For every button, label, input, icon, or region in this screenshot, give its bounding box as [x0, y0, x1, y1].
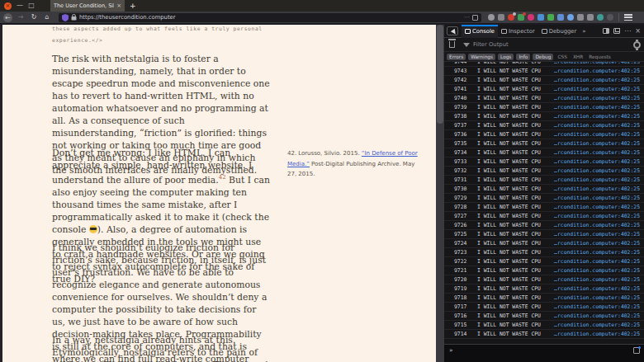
window-close-button[interactable]: ×: [4, 2, 12, 10]
console-source-link[interactable]: …rcondition.computer:402:25: [554, 131, 640, 138]
toolbar-divider: [618, 13, 619, 21]
gray-box-extension-icon-2[interactable]: [587, 14, 594, 21]
console-source-link[interactable]: …rcondition.computer:402:25: [554, 267, 640, 274]
lock-icon[interactable]: [71, 14, 77, 21]
new-tab-button[interactable]: +: [130, 2, 136, 10]
window-minimize-button[interactable]: —: [17, 2, 23, 9]
responsive-design-mode-icon[interactable]: [603, 28, 609, 34]
back-button[interactable]: ←: [3, 13, 12, 22]
console-source-link[interactable]: …rcondition.computer:402:25: [554, 222, 640, 228]
filter-button-warnings[interactable]: Warnings: [468, 54, 495, 60]
wrench-extension-icon[interactable]: [567, 14, 574, 21]
console-message: I WILL NOT WASTE CPU: [477, 213, 541, 219]
console-source-link[interactable]: …rcondition.computer:402:25: [554, 167, 640, 174]
filter-button-errors[interactable]: Errors: [447, 54, 466, 60]
console-log-row: 9719I WILL NOT WASTE CPU…rcondition.comp…: [444, 284, 644, 294]
filter-button-info[interactable]: Info: [516, 54, 530, 60]
devtools-tab-debugger[interactable]: Debugger: [538, 25, 580, 38]
console-source-link[interactable]: …rcondition.computer:402:25: [554, 186, 640, 192]
console-source-link[interactable]: …rcondition.computer:402:25: [554, 249, 640, 256]
console-source-link[interactable]: …rcondition.computer:402:25: [554, 303, 640, 310]
tab-title: The User Condition, Silvio L: [54, 2, 114, 9]
green-shield-extension-icon[interactable]: [518, 14, 524, 21]
console-source-link[interactable]: …rcondition.computer:402:25: [554, 176, 640, 183]
devtools-panel: ConsoleInspectorDebugger » ⋯ × Filter Ou…: [444, 25, 644, 362]
filter-category-requests[interactable]: Requests: [587, 54, 613, 59]
console-source-link[interactable]: …rcondition.computer:402:25: [554, 62, 640, 65]
devtools-tab-inspector[interactable]: Inspector: [498, 25, 538, 38]
window-maximize-button[interactable]: □: [28, 2, 35, 9]
console-source-link[interactable]: …rcondition.computer:402:25: [554, 258, 640, 265]
console-source-link[interactable]: …rcondition.computer:402:25: [554, 86, 640, 92]
console-settings-gear-icon[interactable]: [633, 41, 641, 49]
tracking-protection-shield-icon[interactable]: [62, 14, 69, 21]
home-button[interactable]: ⌂: [42, 12, 52, 22]
console-log-row: 9727I WILL NOT WASTE CPU…rcondition.comp…: [444, 212, 644, 221]
devtools-close-icon[interactable]: ×: [635, 27, 641, 35]
console-repeat-count: 9715: [454, 322, 471, 328]
filter-category-css[interactable]: CSS: [556, 54, 568, 59]
console-source-link[interactable]: …rcondition.computer:402:25: [554, 149, 640, 156]
url-bar[interactable]: https://theusercondition.computer ⋯: [59, 13, 481, 22]
filter-button-debug[interactable]: Debug: [533, 54, 553, 60]
package-extension-icon[interactable]: [498, 14, 504, 21]
page-scrollbar-thumb[interactable]: [437, 25, 443, 124]
console-source-link[interactable]: …rcondition.computer:402:25: [554, 294, 640, 301]
filter-category-xhr[interactable]: XHR: [571, 54, 585, 59]
teal-circle-extension-icon[interactable]: [597, 14, 604, 21]
more-tools-chevron-icon[interactable]: »: [580, 28, 588, 35]
red-badge-extension-icon[interactable]: [508, 14, 514, 21]
devtools-menu-icon[interactable]: ⋯: [624, 27, 631, 35]
console-source-link[interactable]: …rcondition.computer:402:25: [554, 95, 640, 101]
console-list[interactable]: 9744I WILL NOT WASTE CPU…rcondition.comp…: [444, 62, 644, 344]
console-source-link[interactable]: …rcondition.computer:402:25: [554, 276, 640, 283]
dark-circle-extension-icon[interactable]: [607, 14, 613, 21]
forward-button[interactable]: →: [16, 12, 26, 22]
console-source-link[interactable]: …rcondition.computer:402:25: [554, 213, 640, 219]
filter-output-input[interactable]: Filter Output: [473, 41, 630, 48]
console-source-link[interactable]: …rcondition.computer:402:25: [554, 113, 640, 120]
pink-extension-icon[interactable]: [528, 14, 534, 21]
console-repeat-count: 9731: [454, 176, 471, 183]
green-square-extension-icon[interactable]: [547, 14, 554, 21]
page-actions-icon[interactable]: ⋯: [464, 14, 470, 21]
devtools-tab-console[interactable]: Console: [462, 25, 498, 38]
page-scrollbar[interactable]: [436, 25, 444, 362]
console-source-link[interactable]: …rcondition.computer:402:25: [554, 104, 640, 110]
dock-options-icon[interactable]: [613, 28, 620, 34]
multiline-editor-toggle-icon[interactable]: [633, 347, 640, 354]
console-input-prompt[interactable]: »: [449, 346, 453, 354]
console-source-link[interactable]: …rcondition.computer:402:25: [554, 313, 640, 319]
clear-console-icon[interactable]: [449, 41, 455, 48]
console-source-link[interactable]: …rcondition.computer:402:25: [554, 68, 640, 74]
console-input-area[interactable]: »: [444, 344, 644, 362]
console-source-link[interactable]: …rcondition.computer:402:25: [554, 322, 640, 328]
gear-extension-icon[interactable]: [488, 14, 495, 21]
tab-close-icon[interactable]: ×: [116, 2, 121, 9]
filter-button-logs[interactable]: Logs: [498, 54, 514, 60]
browser-tab[interactable]: The User Condition, Silvio L ×: [50, 0, 125, 12]
footnote-reference-link[interactable]: 42: [219, 174, 226, 181]
gray-box-extension-icon-1[interactable]: [577, 14, 584, 21]
console-source-link[interactable]: …rcondition.computer:402:25: [554, 140, 640, 147]
console-source-link[interactable]: …rcondition.computer:402:25: [554, 240, 640, 247]
console-source-link[interactable]: …rcondition.computer:402:25: [554, 122, 640, 129]
menu-icon[interactable]: [624, 14, 632, 21]
pick-element-icon[interactable]: [447, 26, 458, 35]
console-source-link[interactable]: …rcondition.computer:402:25: [554, 231, 640, 237]
console-source-link[interactable]: …rcondition.computer:402:25: [554, 204, 640, 210]
url-text[interactable]: https://theusercondition.computer: [79, 14, 462, 21]
console-source-link[interactable]: …rcondition.computer:402:25: [554, 285, 640, 292]
blue-person-extension-icon[interactable]: [557, 14, 564, 21]
console-source-link[interactable]: …rcondition.computer:402:25: [554, 158, 640, 165]
console-repeat-count: 9716: [454, 313, 471, 319]
console-filter-row: Filter Output: [444, 38, 644, 52]
devtools-tabs-container: ConsoleInspectorDebugger: [462, 25, 580, 38]
console-source-link[interactable]: …rcondition.computer:402:25: [554, 77, 640, 83]
bookmark-icon[interactable]: [472, 15, 478, 21]
blue-doc-extension-icon[interactable]: [537, 14, 544, 21]
console-source-link[interactable]: …rcondition.computer:402:25: [554, 331, 640, 337]
console-source-link[interactable]: …rcondition.computer:402:25: [554, 195, 640, 201]
console-message: I WILL NOT WASTE CPU: [477, 68, 541, 74]
reload-button[interactable]: ↻: [29, 12, 39, 22]
